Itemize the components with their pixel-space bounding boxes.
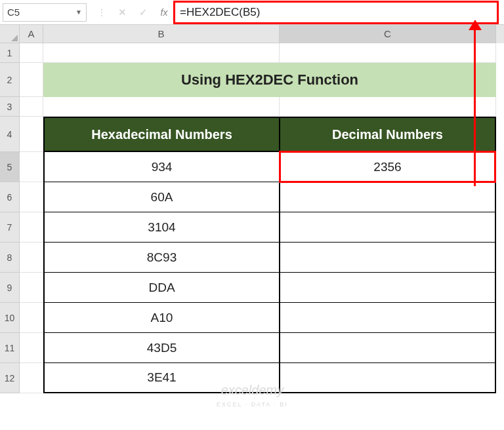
formula-bar: C5 ▼ ⋮ ✕ ✓ fx =HEX2DEC(B5) [0,0,504,25]
cell-C12[interactable] [280,363,496,393]
cell-A1[interactable] [20,43,43,63]
cell-A2[interactable] [20,63,43,97]
header-dec[interactable]: Decimal Numbers [280,117,496,152]
name-box-value: C5 [7,7,20,18]
col-header-A[interactable]: A [20,25,43,43]
row-header-5[interactable]: 5 [0,152,20,182]
cell-B10[interactable]: A10 [43,303,280,333]
spreadsheet-grid: A B C 1 2 Using HEX2DEC Function 3 4 Hex… [0,25,504,393]
grip-icon: ⋮ [91,3,112,22]
row-header-7[interactable]: 7 [0,212,20,243]
cell-B1[interactable] [43,43,280,63]
cell-A9[interactable] [20,273,43,303]
cell-B5[interactable]: 934 [43,152,280,182]
row-header-1[interactable]: 1 [0,43,20,63]
formula-input[interactable]: =HEX2DEC(B5) [175,3,501,22]
chevron-down-icon[interactable]: ▼ [75,9,82,16]
cell-B6[interactable]: 60A [43,182,280,212]
name-box[interactable]: C5 ▼ [3,3,87,22]
cell-C5-value: 2356 [373,160,401,174]
cell-B5-value: 934 [152,160,173,174]
cell-C1[interactable] [280,43,496,63]
col-header-C[interactable]: C [280,25,496,43]
cell-C9[interactable] [280,273,496,303]
row-header-6[interactable]: 6 [0,182,20,212]
title-cell[interactable]: Using HEX2DEC Function [43,63,496,97]
check-icon[interactable]: ✓ [133,3,154,22]
header-hex[interactable]: Hexadecimal Numbers [43,117,280,152]
row-header-10[interactable]: 10 [0,303,20,333]
row-header-9[interactable]: 9 [0,273,20,303]
cell-A7[interactable] [20,212,43,243]
cell-B11[interactable]: 43D5 [43,333,280,363]
cell-C7[interactable] [280,212,496,243]
select-all-corner[interactable] [0,25,20,43]
cell-B9[interactable]: DDA [43,273,280,303]
annotation-arrow-head [469,20,482,30]
header-hex-text: Hexadecimal Numbers [91,127,232,142]
cell-C5[interactable]: 2356 [280,152,496,182]
cell-C3[interactable] [280,97,496,117]
cell-A10[interactable] [20,303,43,333]
fx-icon[interactable]: fx [154,3,175,22]
cell-B3[interactable] [43,97,280,117]
cell-C6[interactable] [280,182,496,212]
formula-text: =HEX2DEC(B5) [180,6,260,19]
cell-A4[interactable] [20,117,43,152]
row-header-12[interactable]: 12 [0,363,20,393]
row-header-8[interactable]: 8 [0,243,20,273]
cell-B12[interactable]: 3E41 [43,363,280,393]
cell-B8[interactable]: 8C93 [43,243,280,273]
watermark-sub: EXCEL · DATA · BI [217,401,288,408]
cell-C8[interactable] [280,243,496,273]
cell-A6[interactable] [20,182,43,212]
cell-A12[interactable] [20,363,43,393]
col-header-B[interactable]: B [43,25,280,43]
row-header-2[interactable]: 2 [0,63,20,97]
row-header-11[interactable]: 11 [0,333,20,363]
column-headers: A B C [0,25,504,43]
cell-B7[interactable]: 3104 [43,212,280,243]
row-header-4[interactable]: 4 [0,117,20,152]
title-text: Using HEX2DEC Function [181,71,358,88]
cell-A5[interactable] [20,152,43,182]
cancel-icon[interactable]: ✕ [112,3,133,22]
header-dec-text: Decimal Numbers [332,127,443,142]
cell-A8[interactable] [20,243,43,273]
cell-C11[interactable] [280,333,496,363]
cell-A11[interactable] [20,333,43,363]
cell-C10[interactable] [280,303,496,333]
row-header-3[interactable]: 3 [0,97,20,117]
annotation-arrow-line [474,22,476,186]
cell-A3[interactable] [20,97,43,117]
